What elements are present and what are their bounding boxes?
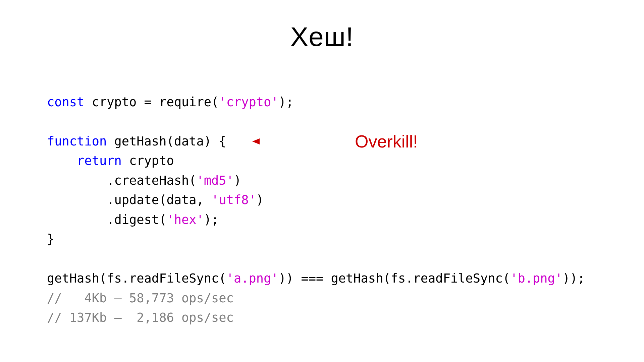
code-text: crypto [122, 154, 174, 168]
string-literal: 'utf8' [211, 193, 256, 207]
string-literal: 'a.png' [226, 271, 279, 286]
arrow-left-icon [252, 136, 349, 146]
string-literal: 'crypto' [219, 95, 278, 109]
code-text: .update(data, [107, 193, 211, 207]
code-indent [47, 193, 107, 207]
annotation: Overkill! [252, 131, 418, 152]
keyword-const: const [47, 95, 84, 109]
code-text: ) [256, 193, 264, 207]
code-text: ); [279, 95, 294, 109]
code-text: )); [562, 271, 585, 286]
string-literal: 'md5' [197, 173, 234, 188]
comment-benchmark-1: // 4Kb — 58,773 ops/sec [47, 291, 234, 305]
code-indent [47, 213, 107, 227]
svg-marker-1 [252, 138, 260, 144]
code-text: getHash(data) { [107, 134, 226, 148]
code-text: .digest( [107, 213, 166, 227]
code-text: ); [204, 213, 219, 227]
string-literal: 'b.png' [510, 271, 562, 286]
comment-benchmark-2: // 137Kb — 2,186 ops/sec [47, 310, 234, 325]
code-block: const crypto = require('crypto'); functi… [47, 93, 597, 327]
code-indent [47, 173, 107, 188]
code-text: )) === getHash(fs.readFileSync( [279, 271, 511, 286]
code-text: .createHash( [107, 173, 196, 188]
code-text: ) [234, 173, 241, 188]
keyword-function: function [47, 134, 107, 148]
code-text: crypto = require( [84, 95, 219, 109]
code-text: getHash(fs.readFileSync( [47, 271, 226, 286]
code-text: } [47, 232, 54, 246]
slide-title: Хеш! [47, 21, 597, 52]
keyword-return: return [77, 154, 122, 168]
code-indent [47, 154, 77, 168]
string-literal: 'hex' [166, 213, 204, 227]
annotation-label: Overkill! [355, 131, 418, 152]
slide: Хеш! const crypto = require('crypto'); f… [0, 0, 644, 362]
